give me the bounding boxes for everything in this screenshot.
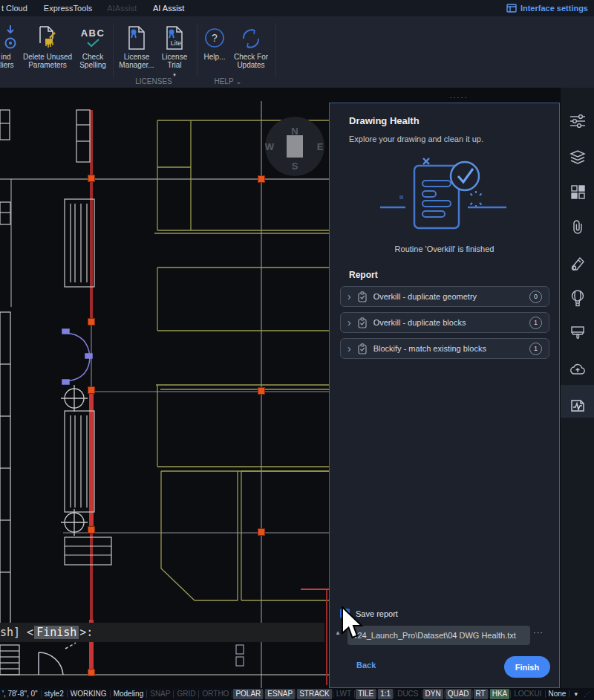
statusbar-toggle-dyn[interactable]: DYN: [423, 689, 443, 699]
ribbon-label: License: [162, 53, 187, 61]
command-prompt-prefix: sh] <: [0, 626, 33, 639]
expand-chevron-icon[interactable]: ›: [347, 343, 351, 354]
ribbon-label: Parameters: [28, 61, 67, 69]
ribbon-label: Check For: [234, 53, 268, 61]
command-line[interactable]: sh] <Finish>:: [0, 623, 324, 642]
statusbar-annotation-scale[interactable]: 1:1: [378, 689, 393, 699]
command-prompt-suffix: >:: [79, 626, 93, 639]
clipboard-check-icon: [357, 343, 368, 354]
check-spelling-icon: ABC: [77, 22, 108, 51]
statusbar-selection-mode[interactable]: None: [546, 689, 569, 699]
expand-chevron-icon[interactable]: ›: [347, 291, 351, 302]
status-bar: ', 78'-8", 0" style2 WORKING Modeling SN…: [0, 688, 594, 700]
report-row-duplicate-geometry[interactable]: › Overkill - duplicate geometry 0: [340, 286, 549, 307]
bricscad-window: t Cloud ExpressTools AIAssist AI Assist …: [0, 0, 594, 700]
statusbar-toggle-tile[interactable]: TILE: [356, 689, 376, 699]
command-keyword-finish[interactable]: Finish: [34, 626, 79, 639]
statusbar-toggle-polar[interactable]: POLAR: [233, 689, 263, 699]
statusbar-profile[interactable]: Modeling: [111, 689, 146, 699]
check-spelling-button[interactable]: ABC Check Spelling: [74, 22, 112, 69]
report-row-duplicate-blocks[interactable]: › Overkill - duplicate blocks 1: [340, 312, 549, 333]
drawing-health-icon[interactable]: [569, 396, 587, 414]
report-item-label: Blockify - match existing blocks: [373, 344, 523, 353]
compass-north-label: N: [291, 126, 298, 137]
statusbar-toggle-rt[interactable]: RT: [474, 689, 488, 699]
statusbar-toggle-ducs[interactable]: DUCS: [395, 689, 420, 699]
ribbon-label: License: [124, 53, 149, 61]
render-balloon-icon[interactable]: [569, 289, 587, 307]
menu-bar: t Cloud ExpressTools AIAssist AI Assist …: [0, 0, 594, 16]
health-check-illustration: [379, 154, 509, 244]
ribbon-group-help: HELP ⌄: [202, 77, 254, 85]
ribbon-separator: [197, 24, 198, 77]
help-icon: ?: [203, 22, 226, 51]
panel-title: Drawing Health: [349, 115, 420, 126]
ribbon-label: Manager...: [119, 61, 154, 69]
report-heading: Report: [349, 270, 378, 280]
svg-text:?: ?: [212, 32, 218, 44]
license-trial-button[interactable]: Lite License Trial ▾: [154, 22, 195, 79]
svg-text:Lite: Lite: [171, 39, 182, 47]
report-count-badge: 0: [529, 291, 542, 303]
report-count-badge: 1: [529, 343, 542, 355]
license-manager-button[interactable]: License Manager...: [114, 22, 160, 69]
statusbar-dropdown-icon[interactable]: ▾: [574, 690, 578, 698]
compass-rose: N W E S: [265, 117, 324, 176]
report-path-field[interactable]: v24_Launch_Pro\Dataset\04 DWG Health.txt: [347, 626, 530, 645]
report-item-label: Overkill - duplicate geometry: [373, 292, 523, 301]
svg-text:ABC: ABC: [81, 27, 105, 39]
browse-path-button[interactable]: ···: [533, 628, 544, 637]
wall-fixtures[interactable]: [0, 110, 244, 675]
statusbar-toggle-strack[interactable]: STRACK: [297, 689, 332, 699]
statusbar-toggle-lockui[interactable]: LOCKUI: [512, 689, 544, 699]
ribbon-label: Delete Unused: [23, 53, 72, 61]
delete-unused-parameters-button[interactable]: Delete Unused Parameters: [19, 22, 76, 69]
statusbar-workspace[interactable]: WORKING: [68, 689, 109, 699]
ribbon-label: Spelling: [79, 61, 106, 69]
cloud-upload-icon[interactable]: [569, 360, 587, 378]
hatch-paintbrush-icon[interactable]: [569, 324, 587, 342]
statusbar-toggle-snap[interactable]: SNAP: [148, 689, 172, 699]
statusbar-toggle-quad[interactable]: QUAD: [446, 689, 471, 699]
statusbar-toggle-hka[interactable]: HKA: [490, 689, 510, 699]
report-row-blockify[interactable]: › Blockify - match existing blocks 1: [340, 338, 549, 359]
statusbar-text-style[interactable]: style2: [42, 689, 66, 699]
finish-button[interactable]: Finish: [504, 656, 550, 678]
panel-subtitle: Explore your drawing and clean it up.: [349, 135, 483, 143]
ribbon-label: ind: [1, 53, 10, 61]
attachments-paperclip-icon[interactable]: [569, 218, 587, 236]
delete-unused-parameters-icon: [35, 22, 60, 51]
menu-item-aiassist-disabled: AIAssist: [107, 4, 137, 13]
ribbon-label: tliers: [0, 61, 14, 69]
selected-wall-line[interactable]: [90, 110, 329, 685]
back-button[interactable]: Back: [356, 661, 376, 670]
help-group-chevron-icon[interactable]: ⌄: [235, 77, 241, 85]
selection-grips[interactable]: [88, 175, 265, 676]
expand-chevron-icon[interactable]: ›: [347, 317, 351, 328]
sheet-set-icon[interactable]: [569, 254, 587, 272]
room-outlines[interactable]: [154, 120, 329, 600]
properties-sliders-icon[interactable]: [569, 112, 587, 130]
report-item-label: Overkill - duplicate blocks: [373, 318, 523, 327]
layers-icon[interactable]: [569, 148, 587, 166]
compass-east-label: E: [317, 141, 324, 152]
resize-grip-icon[interactable]: ⋰: [584, 690, 594, 698]
license-trial-icon: Lite: [163, 22, 186, 51]
panel-drag-handle[interactable]: ·····: [443, 94, 475, 101]
interface-settings-button[interactable]: Interface settings: [506, 0, 588, 16]
panel-dock-sidebar: [561, 88, 594, 688]
statusbar-toggle-esnap[interactable]: ESNAP: [265, 689, 295, 699]
statusbar-toggle-lwt[interactable]: LWT: [334, 689, 353, 699]
ribbon-separator: [275, 24, 276, 77]
mouse-cursor: [340, 606, 365, 644]
blocks-icon[interactable]: [569, 183, 587, 201]
menu-item-ai-assist[interactable]: AI Assist: [153, 4, 184, 13]
statusbar-toggle-ortho[interactable]: ORTHO: [200, 689, 231, 699]
check-for-updates-button[interactable]: Check For Updates: [226, 22, 276, 69]
ribbon-label: Trial: [167, 61, 181, 69]
report-count-badge: 1: [529, 317, 542, 329]
menu-item-expresstools[interactable]: ExpressTools: [44, 4, 92, 13]
license-manager-icon: [125, 22, 148, 51]
statusbar-toggle-grid[interactable]: GRID: [174, 689, 198, 699]
menu-item-cloud[interactable]: t Cloud: [1, 4, 27, 13]
